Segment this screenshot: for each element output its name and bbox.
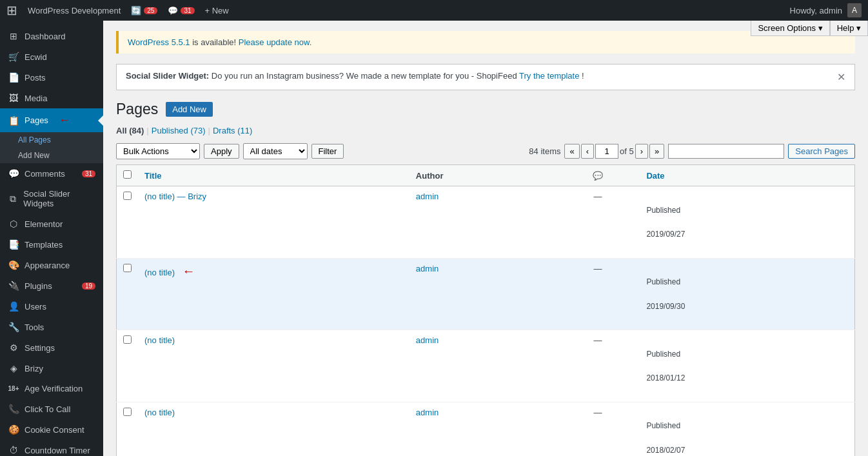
prev-page-btn[interactable]: ‹ bbox=[581, 144, 594, 159]
first-page-btn[interactable]: « bbox=[564, 144, 579, 159]
updates-btn[interactable]: 🔄 25 bbox=[131, 6, 157, 15]
row-title-link-2[interactable]: (no title) bbox=[144, 268, 175, 277]
sidebar-item-click-to-call[interactable]: 📞 Click To Call bbox=[0, 399, 103, 419]
sidebar-item-pages[interactable]: 📋 Pages ← bbox=[0, 108, 103, 132]
sidebar-item-dashboard[interactable]: ⊞ Dashboard bbox=[0, 26, 103, 46]
widget-notice-text: Do you run an Instagram business? We mad… bbox=[212, 71, 517, 81]
row-author-link-1[interactable]: admin bbox=[416, 192, 439, 201]
row-author-link-2[interactable]: admin bbox=[416, 264, 439, 273]
tools-icon: 🔧 bbox=[8, 322, 19, 332]
sort-title-link[interactable]: Title bbox=[144, 171, 403, 181]
next-page-btn[interactable]: › bbox=[635, 144, 648, 159]
page-of-text: of 5 bbox=[620, 146, 634, 156]
sidebar-item-ecwid[interactable]: 🛒 Ecwid bbox=[0, 46, 103, 67]
table-row: (no title) admin — Published 2018/02/07 bbox=[117, 402, 855, 456]
last-page-btn[interactable]: » bbox=[649, 144, 664, 159]
comments-menu-badge: 31 bbox=[82, 170, 95, 177]
row-title-3: (no title) bbox=[138, 330, 409, 402]
wp-logo[interactable]: ⊞ bbox=[6, 3, 17, 18]
row-author-link-3[interactable]: admin bbox=[416, 335, 439, 345]
row-comments-3: — bbox=[556, 330, 640, 402]
apply-button[interactable]: Apply bbox=[204, 144, 239, 159]
sidebar-item-plugins[interactable]: 🔌 Plugins 19 bbox=[0, 275, 103, 296]
sidebar-item-tools[interactable]: 🔧 Tools bbox=[0, 317, 103, 337]
pages-icon: 📋 bbox=[8, 115, 19, 126]
date-filter-select[interactable]: All dates bbox=[243, 143, 308, 159]
row-title-link-3[interactable]: (no title) bbox=[144, 335, 175, 345]
filter-all[interactable]: All (84) bbox=[116, 126, 144, 135]
row-checkbox-4[interactable] bbox=[123, 408, 132, 416]
row-date-val-3: 2018/01/12 bbox=[646, 372, 848, 384]
widget-notice: Social Slider Widget: Do you run an Inst… bbox=[116, 64, 855, 90]
sidebar-item-countdown-timer[interactable]: ⏱ Countdown Timer bbox=[0, 440, 103, 456]
main-content: WordPress 5.5.1 is available! Please upd… bbox=[103, 21, 868, 456]
update-now-link[interactable]: Please update now. bbox=[239, 37, 311, 47]
comments-btn[interactable]: 💬 31 bbox=[168, 6, 194, 15]
tablenav-left: Bulk Actions Edit Move to Trash Apply Al… bbox=[116, 143, 344, 159]
sidebar-item-media[interactable]: 🖼 Media bbox=[0, 88, 103, 108]
appearance-icon: 🎨 bbox=[8, 260, 19, 270]
row-author-4: admin bbox=[409, 402, 556, 456]
select-all-checkbox[interactable] bbox=[123, 170, 132, 179]
sidebar-item-cookie-consent[interactable]: 🍪 Cookie Consent bbox=[0, 419, 103, 440]
new-content-btn[interactable]: + New bbox=[205, 6, 229, 15]
admin-avatar[interactable]: A bbox=[847, 3, 862, 17]
row-author-link-4[interactable]: admin bbox=[416, 408, 439, 417]
search-pages-button[interactable]: Search Pages bbox=[788, 144, 855, 159]
items-count: 84 items bbox=[529, 146, 560, 156]
sidebar-item-comments[interactable]: 💬 Comments 31 bbox=[0, 163, 103, 184]
sidebar-item-posts[interactable]: 📄 Posts bbox=[0, 67, 103, 88]
filter-button[interactable]: Filter bbox=[311, 144, 344, 159]
row-checkbox-3[interactable] bbox=[123, 335, 132, 344]
row-title-link-4[interactable]: (no title) bbox=[144, 408, 175, 417]
admin-menu: ⊞ Dashboard 🛒 Ecwid 📄 Posts 🖼 Media 📋 Pa… bbox=[0, 21, 103, 456]
row-date-val-2: 2019/09/30 bbox=[646, 301, 848, 312]
notice-close-btn[interactable]: ✕ bbox=[837, 71, 845, 83]
sidebar-item-appearance[interactable]: 🎨 Appearance bbox=[0, 255, 103, 275]
sidebar-item-settings[interactable]: ⚙ Settings bbox=[0, 337, 103, 358]
row-date-val-4: 2018/02/07 bbox=[646, 444, 848, 456]
pages-arrow-annotation: ← bbox=[59, 114, 70, 127]
sidebar-item-label-elementor: Elementor bbox=[25, 219, 63, 229]
row-date-val-1: 2019/09/27 bbox=[646, 228, 848, 240]
sidebar-item-users[interactable]: 👤 Users bbox=[0, 296, 103, 317]
bulk-actions-select[interactable]: Bulk Actions Edit Move to Trash bbox=[116, 143, 200, 159]
users-icon: 👤 bbox=[8, 301, 19, 312]
wp-version-link[interactable]: WordPress 5.5.1 bbox=[128, 37, 190, 47]
page-number-input[interactable]: 1 bbox=[595, 144, 618, 159]
search-pages-input[interactable] bbox=[668, 144, 784, 159]
sidebar-item-label-dashboard: Dashboard bbox=[25, 32, 66, 41]
filter-published[interactable]: Published (73) bbox=[152, 126, 206, 135]
row-date-3: Published 2018/01/12 bbox=[640, 330, 854, 402]
row-date-4: Published 2018/02/07 bbox=[640, 402, 854, 456]
site-name[interactable]: WordPress Development bbox=[28, 6, 121, 15]
row-date-status-1: Published bbox=[646, 204, 848, 216]
update-notice-mid: is available! bbox=[192, 37, 239, 47]
filter-drafts[interactable]: Drafts (11) bbox=[213, 126, 252, 135]
sidebar-item-brizy[interactable]: ◈ Brizy bbox=[0, 358, 103, 379]
widget-notice-after: ! bbox=[582, 71, 584, 81]
help-btn[interactable]: Help ▾ bbox=[830, 21, 868, 36]
row-date-status-4: Published bbox=[646, 420, 848, 431]
sidebar-item-age-verification[interactable]: 18+ Age Verification bbox=[0, 379, 103, 399]
screen-options-btn[interactable]: Screen Options ▾ bbox=[751, 21, 829, 36]
row-checkbox-2[interactable] bbox=[123, 264, 132, 272]
sidebar-item-label-posts: Posts bbox=[25, 73, 46, 83]
row-checkbox-1[interactable] bbox=[123, 192, 132, 200]
sort-date-link[interactable]: Date bbox=[646, 171, 848, 181]
sidebar-item-elementor[interactable]: ⬡ Elementor bbox=[0, 213, 103, 234]
add-new-button[interactable]: Add New bbox=[166, 102, 213, 117]
sidebar-item-add-new-page[interactable]: Add New bbox=[0, 148, 103, 163]
row-author-1: admin bbox=[409, 186, 556, 259]
row-author-3: admin bbox=[409, 330, 556, 402]
widget-notice-link[interactable]: Try the template bbox=[519, 71, 579, 81]
sidebar-item-label-pages: Pages bbox=[25, 115, 48, 125]
sidebar-item-all-pages[interactable]: All Pages bbox=[0, 132, 103, 148]
dashboard-icon: ⊞ bbox=[8, 31, 19, 41]
sidebar-item-templates[interactable]: 📑 Templates bbox=[0, 234, 103, 255]
countdown-icon: ⏱ bbox=[8, 445, 19, 455]
sidebar-item-social-slider[interactable]: ⧉ Social Slider Widgets bbox=[0, 184, 103, 213]
sidebar-item-label-social-slider: Social Slider Widgets bbox=[23, 189, 95, 208]
row-title-link-1[interactable]: (no title) — Brizy bbox=[144, 192, 206, 201]
sidebar-item-label-ecwid: Ecwid bbox=[25, 52, 47, 62]
